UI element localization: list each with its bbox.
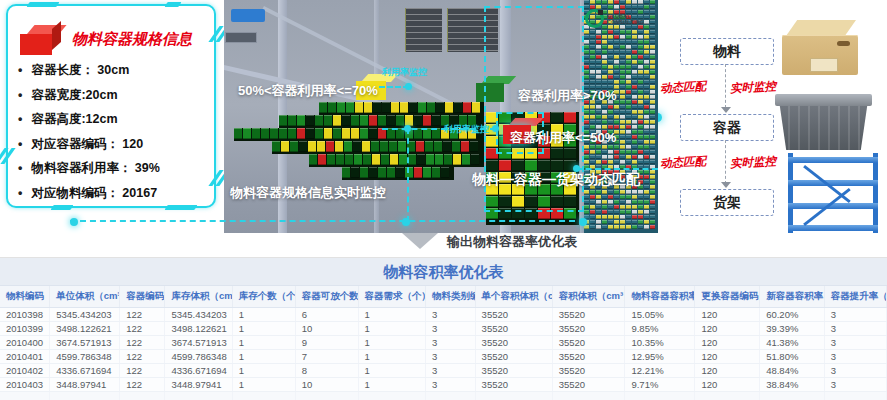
table-cell: 3 — [824, 336, 886, 350]
column-header: 库存体积（cm³） — [165, 286, 232, 308]
table-cell: ...... — [425, 392, 475, 400]
arrow-head-icon — [721, 107, 731, 113]
table-cell: 12.21% — [625, 364, 695, 378]
table-cell: ...... — [824, 392, 886, 400]
cardboard-box-image — [782, 20, 862, 78]
table-cell: 4336.671694 — [165, 364, 232, 378]
table-cell: ...... — [625, 392, 695, 400]
table-cell: 122 — [120, 364, 165, 378]
spec-item-list: •容器长度： 30cm•容器宽度:20cm•容器高度:12cm•对应容器编码： … — [18, 58, 208, 205]
table-cell: 3 — [425, 364, 475, 378]
table-cell: 3 — [824, 322, 886, 336]
table-cell: 2010401 — [0, 350, 50, 364]
table-cell: 35520 — [552, 308, 625, 322]
callout-dot — [579, 218, 587, 226]
table-cell: 2010399 — [0, 322, 50, 336]
table-cell: 1 — [232, 350, 295, 364]
dynamic-match-label: 物料—容器—货架动态匹配 — [472, 171, 640, 189]
table-cell: 122 — [120, 322, 165, 336]
table-cell: 35520 — [475, 322, 552, 336]
table-row: 20104014599.7863481224599.78634817133552… — [0, 350, 887, 364]
table-cell: 35520 — [475, 308, 552, 322]
column-header: 单位体积（cm³） — [50, 286, 120, 308]
dynamic-match-edge-label: 动态匹配 — [660, 79, 707, 96]
callout-line — [576, 168, 658, 170]
table-cell: 35520 — [552, 364, 625, 378]
table-cell: 1 — [232, 378, 295, 392]
global-consulting-logo: GLOBAL CONSULTING — [585, 9, 644, 28]
callout-dot — [405, 83, 412, 90]
shelf-rack-image — [788, 153, 878, 233]
rack-wall — [584, 0, 658, 233]
table-cell: 1 — [358, 308, 425, 322]
util-gt70-label: 容器利用率>70% — [518, 87, 617, 105]
table-cell: 35520 — [552, 322, 625, 336]
table-cell: 3448.97941 — [50, 378, 120, 392]
corner-accent — [50, 205, 73, 210]
column-header: 单个容积体积（cm³） — [475, 286, 552, 308]
table-cell: 1 — [358, 364, 425, 378]
table-cell: 35520 — [475, 378, 552, 392]
table-row: 20103993498.1226211223498.12262111013355… — [0, 322, 887, 336]
table-cell: 10.35% — [625, 336, 695, 350]
table-cell: 5345.434203 — [50, 308, 120, 322]
table-cell: 3674.571913 — [165, 336, 232, 350]
callout-dot — [404, 125, 411, 132]
table-cell: 60.20% — [760, 308, 825, 322]
spec-item: •容器宽度:20cm — [18, 83, 208, 108]
table-cell: 3 — [824, 378, 886, 392]
table-cell: 1 — [358, 322, 425, 336]
scene-toolbar-button[interactable] — [231, 9, 265, 22]
table-cell: 1 — [232, 336, 295, 350]
spec-item: •容器长度： 30cm — [18, 58, 208, 83]
matching-flow-diagram: 物料 容器 货架 动态匹配 实时监控 动态匹配 实时监控 — [658, 0, 887, 240]
table-cell: 1 — [232, 322, 295, 336]
callout-line — [407, 128, 409, 222]
rack-cubes-row — [272, 141, 484, 154]
corner-accent — [164, 2, 181, 7]
table-cell: 3 — [425, 336, 475, 350]
table-cell: ...... — [0, 392, 50, 400]
column-header: 容器需求（个） — [358, 286, 425, 308]
table-cell: 120 — [695, 336, 760, 350]
table-cell: 9.71% — [625, 378, 695, 392]
table-cell: 35520 — [552, 378, 625, 392]
table-cell: 120 — [695, 364, 760, 378]
optimization-table: 物料容积率优化表 物料编码单位体积（cm³）容器编码库存体积（cm³）库存个数（… — [0, 257, 887, 400]
corner-accent — [164, 205, 197, 210]
table-cell: 1 — [358, 378, 425, 392]
flow-node-material: 物料 — [680, 38, 774, 65]
table-cell: 1 — [232, 364, 295, 378]
util-50-70-label: 50%<容器利用率<=70% — [238, 82, 378, 100]
table-cell: ...... — [295, 392, 358, 400]
table-cell: 3498.122621 — [165, 322, 232, 336]
table-cell: 35520 — [475, 336, 552, 350]
table-cell: ...... — [358, 392, 425, 400]
arrow-head-icon — [721, 182, 731, 188]
page: 物料容器规格信息 •容器长度： 30cm•容器宽度:20cm•容器高度:12cm… — [0, 0, 887, 400]
column-header: 容积体积（cm³） — [552, 286, 625, 308]
table-row: 20104024336.6716941224336.67169418133552… — [0, 364, 887, 378]
flow-node-container: 容器 — [680, 114, 774, 141]
callout-dot — [70, 218, 78, 226]
spec-item: •容器高度:12cm — [18, 107, 208, 132]
table-cell: 51.80% — [760, 350, 825, 364]
util-monitor-label: 利用率监控 — [444, 123, 489, 136]
realtime-monitor-edge-label: 实时监控 — [730, 154, 777, 171]
table-cell: 2010403 — [0, 378, 50, 392]
table-cell: 3 — [425, 378, 475, 392]
table-cell: ...... — [552, 392, 625, 400]
column-header: 库存个数（个） — [232, 286, 295, 308]
spec-item: •对应容器编码： 120 — [18, 132, 208, 157]
table-cell: ...... — [475, 392, 552, 400]
table-cell: 2010402 — [0, 364, 50, 378]
table-cell: ...... — [120, 392, 165, 400]
data-table[interactable]: 物料编码单位体积（cm³）容器编码库存体积（cm³）库存个数（个）容器可放个数容… — [0, 286, 887, 400]
warehouse-3d-view[interactable]: GLOBAL CONSULTING 50%<容器利用率<=70% 容器利用率>7… — [224, 0, 658, 233]
table-cell: 39.39% — [760, 322, 825, 336]
table-cell: 2010400 — [0, 336, 50, 350]
table-cell: ...... — [50, 392, 120, 400]
table-cell: 4599.786348 — [50, 350, 120, 364]
table-cell: ...... — [760, 392, 825, 400]
callout-line — [70, 220, 585, 222]
